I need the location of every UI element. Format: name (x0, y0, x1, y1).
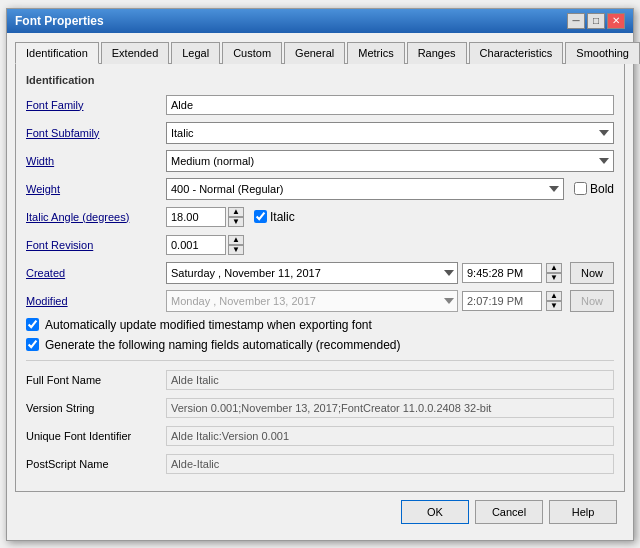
dialog-button-row: OK Cancel Help (15, 492, 625, 532)
unique-font-id-row: Unique Font Identifier (26, 425, 614, 447)
bold-checkbox[interactable] (574, 182, 587, 195)
italic-angle-down[interactable]: ▼ (228, 217, 244, 227)
italic-angle-up[interactable]: ▲ (228, 207, 244, 217)
full-font-name-label: Full Font Name (26, 374, 166, 386)
modified-label: Modified (26, 295, 166, 307)
font-subfamily-row: Font Subfamily Italic (26, 122, 614, 144)
font-revision-spinner-buttons: ▲ ▼ (228, 235, 244, 255)
font-subfamily-select[interactable]: Italic (166, 122, 614, 144)
bold-label: Bold (590, 182, 614, 196)
created-row: Created Saturday , November 11, 2017 ▲ ▼… (26, 262, 614, 284)
auto-naming-checkbox[interactable] (26, 338, 39, 351)
modified-datetime: Monday , November 13, 2017 ▲ ▼ Now (166, 290, 614, 312)
italic-label: Italic (270, 210, 295, 224)
created-time-down[interactable]: ▼ (546, 273, 562, 283)
auto-timestamp-row: Automatically update modified timestamp … (26, 318, 614, 332)
unique-font-id-label: Unique Font Identifier (26, 430, 166, 442)
tab-legal[interactable]: Legal (171, 42, 220, 64)
bold-checkbox-group: Bold (574, 182, 614, 196)
font-family-row: Font Family (26, 94, 614, 116)
font-subfamily-label: Font Subfamily (26, 127, 166, 139)
full-font-name-row: Full Font Name (26, 369, 614, 391)
font-revision-row: Font Revision ▲ ▼ (26, 234, 614, 256)
italic-angle-row: Italic Angle (degrees) ▲ ▼ Italic (26, 206, 614, 228)
postscript-name-input (166, 454, 614, 474)
tab-content-identification: Identification Font Family Font Subfamil… (15, 64, 625, 492)
font-revision-up[interactable]: ▲ (228, 235, 244, 245)
modified-time-input[interactable] (462, 291, 542, 311)
tab-metrics[interactable]: Metrics (347, 42, 404, 64)
modified-date-select[interactable]: Monday , November 13, 2017 (166, 290, 458, 312)
modified-time-down[interactable]: ▼ (546, 301, 562, 311)
italic-angle-label: Italic Angle (degrees) (26, 211, 166, 223)
version-string-input (166, 398, 614, 418)
tab-ranges[interactable]: Ranges (407, 42, 467, 64)
full-font-name-input (166, 370, 614, 390)
version-string-label: Version String (26, 402, 166, 414)
tab-smoothing[interactable]: Smoothing (565, 42, 640, 64)
width-label: Width (26, 155, 166, 167)
unique-font-id-input (166, 426, 614, 446)
font-family-label: Font Family (26, 99, 166, 111)
created-time-spinner: ▲ ▼ (546, 263, 562, 283)
close-button[interactable]: ✕ (607, 13, 625, 29)
tab-strip: Identification Extended Legal Custom Gen… (15, 41, 625, 64)
created-time-input[interactable] (462, 263, 542, 283)
tab-characteristics[interactable]: Characteristics (469, 42, 564, 64)
width-select[interactable]: Medium (normal) (166, 150, 614, 172)
width-row: Width Medium (normal) (26, 150, 614, 172)
font-revision-down[interactable]: ▼ (228, 245, 244, 255)
auto-timestamp-label: Automatically update modified timestamp … (45, 318, 372, 332)
title-bar-controls: ─ □ ✕ (567, 13, 625, 29)
created-now-button[interactable]: Now (570, 262, 614, 284)
ok-button[interactable]: OK (401, 500, 469, 524)
font-revision-input[interactable] (166, 235, 226, 255)
window-title: Font Properties (15, 14, 104, 28)
separator (26, 360, 614, 361)
font-revision-label: Font Revision (26, 239, 166, 251)
title-bar: Font Properties ─ □ ✕ (7, 9, 633, 33)
weight-select[interactable]: 400 - Normal (Regular) (166, 178, 564, 200)
minimize-button[interactable]: ─ (567, 13, 585, 29)
created-label: Created (26, 267, 166, 279)
italic-angle-input[interactable] (166, 207, 226, 227)
postscript-name-row: PostScript Name (26, 453, 614, 475)
tab-general[interactable]: General (284, 42, 345, 64)
postscript-name-label: PostScript Name (26, 458, 166, 470)
dialog-content: Identification Extended Legal Custom Gen… (7, 33, 633, 540)
modified-now-button[interactable]: Now (570, 290, 614, 312)
font-family-input[interactable] (166, 95, 614, 115)
weight-row: Weight 400 - Normal (Regular) Bold (26, 178, 614, 200)
maximize-button[interactable]: □ (587, 13, 605, 29)
italic-checkbox-group: Italic (254, 210, 295, 224)
created-datetime: Saturday , November 11, 2017 ▲ ▼ Now (166, 262, 614, 284)
italic-angle-spinner: ▲ ▼ (166, 207, 244, 227)
help-button[interactable]: Help (549, 500, 617, 524)
font-revision-spinner: ▲ ▼ (166, 235, 244, 255)
italic-checkbox[interactable] (254, 210, 267, 223)
modified-time-spinner: ▲ ▼ (546, 291, 562, 311)
auto-timestamp-checkbox[interactable] (26, 318, 39, 331)
created-time-up[interactable]: ▲ (546, 263, 562, 273)
version-string-row: Version String (26, 397, 614, 419)
cancel-button[interactable]: Cancel (475, 500, 543, 524)
modified-row: Modified Monday , November 13, 2017 ▲ ▼ … (26, 290, 614, 312)
tab-custom[interactable]: Custom (222, 42, 282, 64)
auto-naming-label: Generate the following naming fields aut… (45, 338, 401, 352)
italic-angle-spinner-buttons: ▲ ▼ (228, 207, 244, 227)
auto-naming-row: Generate the following naming fields aut… (26, 338, 614, 352)
weight-label: Weight (26, 183, 166, 195)
tab-identification[interactable]: Identification (15, 42, 99, 64)
created-date-select[interactable]: Saturday , November 11, 2017 (166, 262, 458, 284)
font-properties-dialog: Font Properties ─ □ ✕ Identification Ext… (6, 8, 634, 541)
section-header: Identification (26, 74, 614, 86)
tab-extended[interactable]: Extended (101, 42, 169, 64)
modified-time-up[interactable]: ▲ (546, 291, 562, 301)
